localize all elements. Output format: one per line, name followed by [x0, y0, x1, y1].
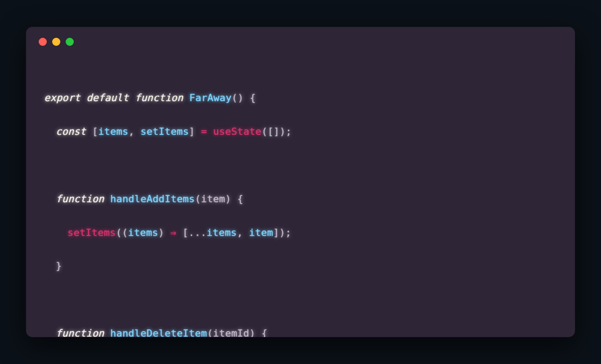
code-window: export default function FarAway() { cons… [26, 27, 575, 337]
code-line: const [items, setItems] = useState([]); [44, 123, 557, 140]
keyword-function: function [56, 328, 104, 337]
code-line: function handleDeleteItem(itemId) { [44, 325, 557, 337]
function-name: handleDeleteItem [110, 328, 207, 337]
parameter-item: item [201, 193, 225, 204]
close-icon[interactable] [39, 38, 47, 46]
hook-use-state: useState [213, 126, 262, 137]
titlebar [26, 27, 575, 46]
spread-operator: ... [188, 227, 206, 238]
maximize-icon[interactable] [66, 38, 74, 46]
minimize-icon[interactable] [52, 38, 60, 46]
code-block: export default function FarAway() { cons… [26, 46, 575, 337]
code-line: export default function FarAway() { [44, 89, 557, 106]
keyword-function: function [135, 92, 184, 103]
keyword-default: default [86, 92, 129, 103]
arrow-icon: ⇒ [170, 227, 176, 238]
code-line: setItems((items) ⇒ [...items, item]); [44, 224, 557, 241]
code-line: function handleAddItems(item) { [44, 191, 557, 207]
keyword-const: const [56, 126, 86, 137]
blank-line [44, 291, 557, 308]
parameter-item-id: itemId [213, 328, 250, 337]
function-name: handleAddItems [110, 193, 195, 204]
variable-items: items [98, 126, 128, 137]
function-name: FarAway [189, 92, 232, 103]
keyword-export: export [44, 92, 81, 103]
variable-set-items: setItems [140, 126, 189, 137]
keyword-function: function [56, 193, 104, 204]
code-line: } [44, 257, 557, 274]
call-set-items: setItems [67, 227, 116, 238]
blank-line [44, 157, 557, 173]
